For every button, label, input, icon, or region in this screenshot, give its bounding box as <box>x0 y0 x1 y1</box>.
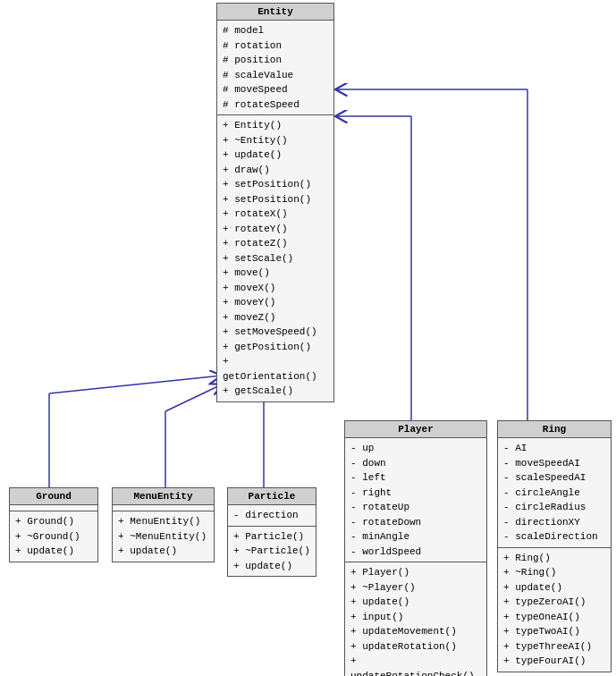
entity-method-3: + draw() <box>223 163 328 178</box>
ring-title: Ring <box>498 421 611 438</box>
ring-method-4: + typeOneAI() <box>503 610 605 625</box>
ground-method-2: + update() <box>15 544 92 559</box>
menuentity-box: MenuEntity + MenuEntity() + ~MenuEntity(… <box>112 487 215 562</box>
particle-box: Particle - direction + Particle() + ~Par… <box>227 487 316 577</box>
svg-line-3 <box>165 384 222 411</box>
particle-attr-0: - direction <box>233 508 310 523</box>
entity-attr-0: # model <box>223 23 328 38</box>
entity-method-6: + rotateX() <box>223 207 328 222</box>
entity-method-2: + update() <box>223 148 328 163</box>
particle-method-1: + ~Particle() <box>233 544 310 559</box>
particle-method-0: + Particle() <box>233 529 310 545</box>
player-method-1: + ~Player() <box>350 580 481 596</box>
ring-method-6: + typeThreeAI() <box>503 639 605 655</box>
entity-methods: + Entity() + ~Entity() + update() + draw… <box>217 115 333 401</box>
ring-attr-5: - directionXY <box>503 515 605 530</box>
player-attrs: - up - down - left - right - rotateUp - … <box>345 438 486 562</box>
entity-attr-5: # rotateSpeed <box>223 97 328 113</box>
player-attr-7: - worldSpeed <box>350 545 481 560</box>
entity-title: Entity <box>217 4 333 21</box>
entity-method-15: + getPosition() <box>223 340 328 355</box>
player-attr-5: - rotateDown <box>350 515 481 530</box>
player-attr-3: - right <box>350 486 481 501</box>
player-attr-0: - up <box>350 441 481 456</box>
entity-method-16: + getOrientation() <box>223 354 328 384</box>
entity-method-4: + setPosition() <box>223 177 328 192</box>
ring-methods: + Ring() + ~Ring() + update() + typeZero… <box>498 548 611 672</box>
menuentity-attrs <box>113 505 214 511</box>
player-method-6: + updateRotationCheck() <box>350 654 481 676</box>
player-method-2: + update() <box>350 595 481 610</box>
ground-attrs <box>10 505 97 511</box>
entity-box: Entity # model # rotation # position # s… <box>216 3 334 402</box>
entity-method-14: + setMoveSpeed() <box>223 325 328 340</box>
ring-attrs: - AI - moveSpeedAI - scaleSpeedAI - circ… <box>498 438 611 548</box>
ring-attr-4: - circleRadius <box>503 500 605 515</box>
player-title: Player <box>345 421 486 438</box>
entity-method-11: + moveX() <box>223 281 328 296</box>
entity-method-10: + move() <box>223 266 328 281</box>
entity-method-5: + setPosition() <box>223 192 328 207</box>
particle-title: Particle <box>228 488 316 505</box>
player-method-5: + updateRotation() <box>350 639 481 655</box>
ring-attr-2: - scaleSpeedAI <box>503 470 605 486</box>
ring-box: Ring - AI - moveSpeedAI - scaleSpeedAI -… <box>497 420 612 672</box>
svg-line-1 <box>49 376 222 393</box>
entity-attr-2: # position <box>223 53 328 68</box>
ring-method-2: + update() <box>503 580 605 596</box>
ring-attr-1: - moveSpeedAI <box>503 456 605 471</box>
player-attr-2: - left <box>350 470 481 486</box>
particle-method-2: + update() <box>233 559 310 574</box>
ring-attr-0: - AI <box>503 441 605 456</box>
ring-method-3: + typeZeroAI() <box>503 595 605 610</box>
ground-title: Ground <box>10 488 97 505</box>
particle-methods: + Particle() + ~Particle() + update() <box>228 527 316 577</box>
entity-method-17: + getScale() <box>223 384 328 399</box>
ground-methods: + Ground() + ~Ground() + update() <box>10 511 97 562</box>
ring-method-1: + ~Ring() <box>503 565 605 580</box>
player-box: Player - up - down - left - right - rota… <box>344 420 487 676</box>
player-method-4: + updateMovement() <box>350 624 481 639</box>
ground-box: Ground + Ground() + ~Ground() + update() <box>9 487 98 562</box>
player-attr-6: - minAngle <box>350 529 481 545</box>
ring-attr-6: - scaleDirection <box>503 529 605 545</box>
ground-method-0: + Ground() <box>15 514 92 529</box>
particle-attrs: - direction <box>228 505 316 527</box>
entity-attr-3: # scaleValue <box>223 68 328 83</box>
menuentity-methods: + MenuEntity() + ~MenuEntity() + update(… <box>113 511 214 562</box>
player-method-3: + input() <box>350 610 481 625</box>
entity-method-12: + moveY() <box>223 295 328 310</box>
entity-attr-1: # rotation <box>223 38 328 54</box>
entity-attrs: # model # rotation # position # scaleVal… <box>217 21 333 115</box>
ring-method-0: + Ring() <box>503 551 605 566</box>
entity-method-1: + ~Entity() <box>223 133 328 148</box>
player-attr-1: - down <box>350 456 481 471</box>
menuentity-method-0: + MenuEntity() <box>118 514 208 529</box>
player-method-0: + Player() <box>350 565 481 580</box>
entity-method-13: + moveZ() <box>223 310 328 325</box>
uml-diagram: Entity # model # rotation # position # s… <box>0 0 616 676</box>
entity-attr-4: # moveSpeed <box>223 82 328 97</box>
entity-method-0: + Entity() <box>223 118 328 133</box>
menuentity-method-2: + update() <box>118 544 208 559</box>
menuentity-title: MenuEntity <box>113 488 214 505</box>
player-methods: + Player() + ~Player() + update() + inpu… <box>345 562 486 676</box>
player-attr-4: - rotateUp <box>350 500 481 515</box>
entity-method-8: + rotateZ() <box>223 236 328 251</box>
ring-method-5: + typeTwoAI() <box>503 624 605 639</box>
entity-method-9: + setScale() <box>223 251 328 266</box>
ring-attr-3: - circleAngle <box>503 486 605 501</box>
entity-method-7: + rotateY() <box>223 222 328 237</box>
menuentity-method-1: + ~MenuEntity() <box>118 529 208 545</box>
ring-method-7: + typeFourAI() <box>503 654 605 669</box>
ground-method-1: + ~Ground() <box>15 529 92 545</box>
